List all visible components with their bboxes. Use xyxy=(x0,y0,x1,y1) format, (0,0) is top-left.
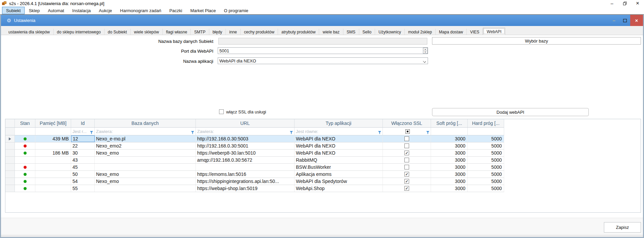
filter-type-cell[interactable]: Jest równe: xyxy=(295,128,383,135)
menu-item-aukcje[interactable]: Aukcje xyxy=(95,7,116,14)
minimize-icon[interactable]: – xyxy=(606,0,618,7)
filter-db-cell[interactable]: Zawiera: xyxy=(95,128,196,135)
tab-webapi[interactable]: WebAPI xyxy=(483,28,505,35)
col-header-hard[interactable]: Hard próg [... xyxy=(468,119,504,127)
dialog-close-icon[interactable]: × xyxy=(630,15,643,26)
row-indicator-cell xyxy=(5,164,15,170)
col-header-stan[interactable]: Stan xyxy=(15,119,35,127)
table-row[interactable]: 54 Nexo_emo https://shippingintegrations… xyxy=(5,178,504,185)
ssl-checkbox[interactable]: ✓ xyxy=(404,179,409,184)
tab-atrybuty-produktów[interactable]: atrybuty produktów xyxy=(278,29,319,35)
col-header-url[interactable]: URL xyxy=(196,119,295,127)
filter-memory-cell[interactable] xyxy=(35,128,71,135)
menu-item-instalacja[interactable]: Instalacja xyxy=(68,7,95,14)
tab-wiele-baz[interactable]: wiele baz xyxy=(319,29,343,35)
filter-id-cell[interactable]: Jest r... xyxy=(71,128,95,135)
ssl-checkbox[interactable]: ✓ xyxy=(404,172,409,177)
ssl-checkbox[interactable] xyxy=(404,165,409,169)
memory-cell xyxy=(35,164,71,170)
db-cell xyxy=(95,157,196,163)
bottom-panel xyxy=(1,218,643,235)
memory-cell xyxy=(35,178,71,185)
tab-flagi-własne[interactable]: flagi własne xyxy=(163,29,191,35)
tab-moduł-2sklep[interactable]: moduł 2sklep xyxy=(405,29,436,35)
tab-ustawienia-dla-sklepów[interactable]: ustawienia dla sklepów xyxy=(5,29,54,35)
filter-funnel-icon[interactable] xyxy=(426,130,429,135)
table-row[interactable]: 50 Nexo_emo https://emoms.lan:5016 Aplik… xyxy=(5,171,504,178)
type-cell: WebAPI dla Spedytorów xyxy=(295,178,383,185)
port-input[interactable]: 5001 xyxy=(218,47,428,54)
tab-sms[interactable]: SMS xyxy=(343,29,359,35)
app-name-select[interactable]: WebAPI dla NEXO xyxy=(218,57,428,64)
tab-mapa-dostaw[interactable]: Mapa dostaw xyxy=(436,29,467,35)
add-webapi-button[interactable]: Dodaj webAPI xyxy=(432,108,589,116)
filter-stan-cell[interactable] xyxy=(15,128,35,135)
menu-item-o-programie[interactable]: O programie xyxy=(220,7,252,14)
choose-db-button[interactable]: Wybór bazy xyxy=(432,37,641,45)
filter-funnel-icon[interactable] xyxy=(290,130,293,135)
app-name-value: WebAPI dla NEXO xyxy=(219,58,256,63)
menu-item-sklep[interactable]: Sklep xyxy=(25,7,44,14)
filter-soft-cell[interactable] xyxy=(431,128,468,135)
ssl-checkbox[interactable]: ✓ xyxy=(404,151,409,155)
memory-cell xyxy=(35,142,71,149)
ssl-checkbox[interactable] xyxy=(404,158,409,162)
tab-do-sklepu-internetowego[interactable]: do sklepu internetowego xyxy=(54,29,104,35)
spinner-down-icon[interactable]: ▼ xyxy=(423,51,427,54)
table-row[interactable]: 186 MB 30 Nexo_emo https://weberp8-30.la… xyxy=(5,150,504,157)
status-cell xyxy=(15,164,35,170)
col-header-db[interactable]: Baza danych xyxy=(95,119,196,127)
filter-ssl-cell[interactable] xyxy=(383,128,431,135)
hard-cell: 5000 xyxy=(468,171,504,178)
spinner-up-icon[interactable]: ▲ xyxy=(423,48,427,51)
filter-funnel-icon[interactable] xyxy=(90,130,93,135)
db-name-input[interactable] xyxy=(218,38,427,45)
hard-cell: 5000 xyxy=(468,164,504,170)
table-row[interactable]: 439 MB 12 Nexo_e-mo.pl http://192.168.0.… xyxy=(5,135,504,142)
tab-wiele-sklepów[interactable]: wiele sklepów xyxy=(131,29,163,35)
dialog-minimize-icon[interactable]: – xyxy=(609,15,619,26)
table-row[interactable]: 22 Nexo_emo2 http://192.168.0.30:5001 We… xyxy=(5,142,504,150)
ssl-filter-checkbox[interactable] xyxy=(405,129,410,134)
col-header-type[interactable]: Typ aplikacji xyxy=(295,119,383,127)
filter-hard-cell[interactable] xyxy=(468,128,504,135)
url-cell: https://weberp8-30.lan:5010 xyxy=(196,150,295,156)
filter-funnel-icon[interactable] xyxy=(191,130,194,135)
ssl-checkbox[interactable] xyxy=(404,143,409,148)
table-row[interactable]: 55 https://webapi-shop.lan:5019 WebApi.S… xyxy=(5,185,504,192)
tab-użytkownicy[interactable]: Użytkownicy xyxy=(375,29,405,35)
filter-url-text: Zawiera: xyxy=(197,129,214,134)
restore-icon[interactable] xyxy=(618,0,631,7)
close-icon[interactable]: × xyxy=(631,0,644,7)
menu-item-paczki[interactable]: Paczki xyxy=(165,7,186,14)
filter-funnel-icon[interactable] xyxy=(378,130,381,135)
tab-inne[interactable]: inne xyxy=(226,29,241,35)
menu-item-automat[interactable]: Automat xyxy=(44,7,68,14)
table-row[interactable]: 43 amqp://192.168.0.30:5672 RabbitMQ 300… xyxy=(5,157,504,164)
db-cell: Nexo_emo xyxy=(95,150,196,156)
menu-item-harmonogram-zadań[interactable]: Harmonogram zadań xyxy=(116,7,165,14)
tab-vies[interactable]: VIES xyxy=(467,29,483,35)
ssl-cell: ✓ xyxy=(383,171,431,178)
filter-type-text: Jest równe: xyxy=(296,129,318,134)
filter-url-cell[interactable]: Zawiera: xyxy=(196,128,295,135)
ssl-service-checkbox[interactable] xyxy=(219,109,224,114)
dialog-maximize-icon[interactable] xyxy=(619,15,630,26)
col-header-ssl[interactable]: Włączono SSL xyxy=(383,119,431,127)
tab-smtp[interactable]: SMTP xyxy=(191,29,209,35)
save-button[interactable]: Zapisz xyxy=(604,222,641,233)
tab-do-subiekt[interactable]: do Subiekt xyxy=(104,29,131,35)
col-header-id[interactable]: Id xyxy=(71,119,95,127)
menu-item-subiekt[interactable]: Subiekt xyxy=(2,7,25,14)
col-header-soft[interactable]: Soft próg [... xyxy=(431,119,468,127)
ssl-checkbox[interactable]: ✓ xyxy=(404,186,409,191)
table-row[interactable]: 45 BSW.BusWorker 3000 5000 xyxy=(5,164,504,171)
menu-item-market-place[interactable]: Market Place xyxy=(186,7,220,14)
app-name-label: Nazwa aplikacji xyxy=(112,59,213,64)
ssl-cell xyxy=(383,157,431,163)
tab-cechy-produktów[interactable]: cechy produktów xyxy=(241,29,278,35)
ssl-checkbox[interactable] xyxy=(404,136,409,141)
tab-błędy[interactable]: błędy xyxy=(209,29,226,35)
tab-sello[interactable]: Sello xyxy=(359,29,375,35)
col-header-memory[interactable]: Pamięć [MB] xyxy=(35,119,71,127)
